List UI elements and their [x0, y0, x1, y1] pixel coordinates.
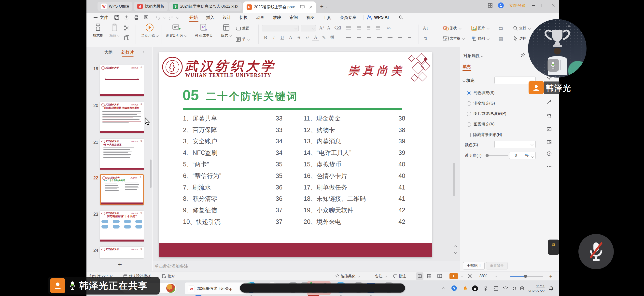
panel-scrollbar[interactable] [150, 160, 152, 188]
tab-docer-template[interactable]: d 找稻壳模板 [134, 2, 168, 11]
more-tools-icon[interactable] [545, 163, 553, 171]
ai-generate-page-button[interactable]: P AI 生成单页 [190, 22, 217, 38]
slide-thumbnail-24[interactable]: 武汉纺织大学崇真尚美✿ [100, 247, 144, 259]
checkbox-hide-background[interactable]: 隐藏背景图形(H) [467, 132, 502, 137]
tray-qq-penguin-icon[interactable] [472, 286, 478, 291]
align-center-icon[interactable] [357, 36, 361, 39]
search-icon[interactable] [399, 15, 404, 20]
share-toolbar-collapsed-pill[interactable] [240, 284, 405, 293]
text-direction-icon[interactable]: A↓ [422, 25, 430, 31]
tab-monitor-icon[interactable] [300, 5, 304, 9]
next-slide-icon[interactable] [454, 251, 457, 254]
zoom-in-icon[interactable]: + [549, 274, 552, 279]
print-preview-icon[interactable] [144, 15, 149, 20]
notes-bar[interactable]: 单击此处添加备注 [153, 261, 461, 271]
slide-thumbnail-19[interactable]: 武汉纺织大学崇真尚美✿ [100, 65, 144, 96]
tray-notification-bell-icon[interactable]: z [548, 286, 554, 291]
tray-ime-icon[interactable] [493, 286, 499, 291]
tray-clock[interactable]: 11:11 2025/7/27 [528, 284, 545, 294]
fill-tab[interactable]: 填充 [463, 64, 470, 69]
skin-theme-icon[interactable] [545, 112, 553, 120]
file-menu[interactable]: 文件 [93, 15, 108, 20]
font-color-icon[interactable]: A [312, 35, 319, 40]
distribute-icon[interactable] [388, 36, 392, 39]
sharing-status-chip[interactable]: 韩泽光正在共享 [48, 277, 160, 295]
align-left-icon[interactable] [346, 36, 351, 39]
menu-tab-design[interactable]: 设计 [218, 13, 235, 22]
tray-wifi-icon[interactable] [502, 286, 508, 291]
decrease-font-icon[interactable]: A⁻ [326, 25, 334, 31]
undo-icon[interactable] [155, 15, 160, 20]
play-from-current-button[interactable]: 当页开始 [139, 22, 160, 38]
find-button[interactable]: 查找 [513, 25, 530, 31]
slide-thumbnail-21[interactable]: 武汉纺织大学崇真尚美✿ 01 十大高发类案 [100, 139, 144, 170]
section-button[interactable]: 节 [235, 36, 250, 42]
add-slide-button[interactable]: + [118, 261, 122, 269]
slide-sorter-view-button[interactable] [427, 272, 431, 281]
highlight-color-icon[interactable]: ✎ [320, 35, 328, 40]
menu-tab-transition[interactable]: 切换 [235, 13, 252, 22]
transparency-slider[interactable] [486, 155, 508, 156]
tray-expand-chevron-icon[interactable] [441, 286, 446, 291]
char-spacing-icon[interactable]: ab [386, 26, 392, 30]
menu-tab-home[interactable]: 开始 [185, 13, 202, 22]
menu-tab-review[interactable]: 审阅 [286, 13, 302, 22]
reset-background-button[interactable]: 重置背景 [486, 262, 508, 270]
radio-gradient-fill[interactable]: 渐变填充(G) [467, 101, 495, 106]
tab-class-meeting-pptx[interactable]: P 2025暑假线上班会.pptx [243, 1, 316, 13]
restore-icon[interactable] [541, 3, 546, 7]
print-icon[interactable] [134, 15, 139, 20]
tray-microphone-icon[interactable] [483, 286, 488, 291]
char-border-icon[interactable]: A [287, 35, 294, 40]
undo-chevron-icon[interactable] [163, 16, 166, 19]
fill-color-icon[interactable]: 🗀 [497, 25, 504, 31]
slide-page[interactable]: 武汉纺织大学 WUHAN TEXTILE UNIVERSITY 崇真尚美 [159, 52, 432, 257]
previous-slide-icon[interactable] [454, 246, 457, 248]
tray-battery-update-icon[interactable] [519, 286, 525, 291]
slides-tab[interactable]: 幻灯片 [122, 49, 134, 55]
font-size-select[interactable] [301, 25, 316, 31]
radio-solid-fill[interactable]: 纯色填充(S) [467, 90, 494, 95]
taskbar-item-wps[interactable]: W 2025暑假线上班会.p [185, 282, 246, 295]
login-button[interactable]: 立即登录 [509, 3, 526, 8]
zoom-out-icon[interactable] [502, 276, 506, 276]
spinner-down-icon[interactable] [532, 156, 534, 158]
columns-icon[interactable] [408, 36, 411, 39]
play-options-chevron-icon[interactable] [460, 275, 463, 277]
clear-format-icon[interactable]: ⌫ [334, 25, 342, 31]
tab-list-chevron-icon[interactable] [326, 5, 329, 8]
italic-icon[interactable]: I [270, 35, 278, 40]
menu-tab-animation[interactable]: 动画 [252, 13, 269, 22]
outline-tab[interactable]: 大纲 [104, 49, 113, 55]
increase-indent-icon[interactable] [376, 26, 380, 29]
align-right-icon[interactable] [367, 36, 371, 39]
bullet-list-icon[interactable] [346, 26, 351, 29]
numbered-list-icon[interactable] [357, 26, 361, 29]
resource-icon[interactable] [545, 125, 553, 133]
notes-button[interactable]: 备注 [370, 272, 387, 281]
reading-view-button[interactable] [437, 272, 442, 281]
tab-wps-office[interactable]: W WPS Office [98, 2, 132, 11]
mute-microphone-button[interactable] [578, 234, 614, 269]
menu-tab-insert[interactable]: 插入 [202, 13, 218, 22]
font-family-select[interactable] [262, 25, 299, 31]
color-dropdown[interactable] [494, 141, 536, 148]
proofread-button[interactable]: 校对 [162, 272, 175, 281]
slide-thumbnail-20[interactable]: 武汉纺织大学崇真尚美✿ 网络陷阱慧眼辨 诈骗套路全看穿 [100, 102, 144, 133]
transparency-slider-thumb[interactable] [486, 154, 489, 157]
canvas-scrollbar[interactable] [453, 163, 455, 196]
usb-device-icon[interactable] [548, 240, 559, 255]
align-justify-icon[interactable] [377, 36, 382, 39]
tab-student-info-xlsx[interactable]: S 2024级学生信息(275人)0622.xlsx [169, 2, 242, 11]
zoom-chevron-icon[interactable] [494, 275, 497, 277]
minimize-icon[interactable] [531, 3, 536, 7]
export-icon[interactable] [124, 15, 129, 20]
menu-tab-view[interactable]: 视图 [302, 13, 319, 22]
phonetic-guide-icon[interactable]: 拼 [329, 35, 336, 40]
tray-flame-icon[interactable] [462, 286, 468, 291]
menu-tab-tools[interactable]: 工具 [319, 13, 336, 22]
panel-title[interactable]: 对象属性 [463, 53, 483, 59]
cut-icon[interactable] [124, 25, 130, 32]
underline-icon[interactable]: U [278, 35, 286, 40]
slide-thumbnail-23[interactable]: 武汉纺织大学崇真尚美✿ 防范电信诈骗“十个凡是” [100, 211, 144, 242]
